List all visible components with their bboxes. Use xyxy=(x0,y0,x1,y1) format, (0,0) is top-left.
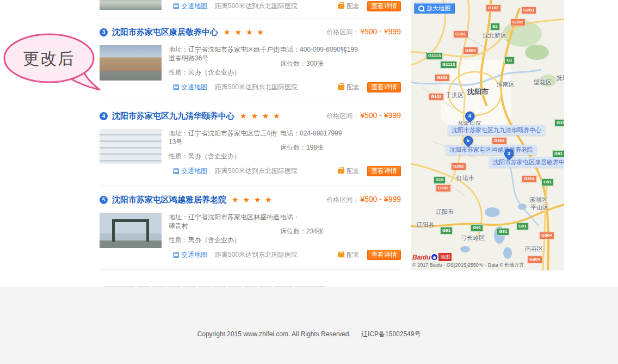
briefcase-icon xyxy=(338,4,344,9)
map-marker-tooltip[interactable]: 沈阳市苏家屯区九九清华颐养中心 xyxy=(448,125,545,135)
distance-text: 距离500米达到东北国际医院 xyxy=(215,2,298,11)
beds-field: 床位数：198张 xyxy=(280,143,401,152)
road-badge-G1: G1 xyxy=(504,57,515,64)
magnifier-icon xyxy=(418,5,424,11)
road-badge-G1113: G1113 xyxy=(440,61,457,69)
map-marker-tooltip[interactable]: 沈阳市苏家屯区康居敬养中心 xyxy=(489,157,564,168)
beds-field: 床位数：300张 xyxy=(280,59,401,68)
traffic-map-link[interactable]: 交通地图 xyxy=(173,250,207,260)
map-label-district: 南芬区 xyxy=(525,245,543,253)
baidu-map-badge: 地图 xyxy=(438,253,452,261)
road-badge-G102: G102 xyxy=(486,4,501,12)
change-annotation: 更改后 xyxy=(2,33,106,94)
listing-title[interactable]: 沈阳市苏家屯区康居敬养中心 xyxy=(112,27,218,38)
traffic-icon xyxy=(173,84,179,90)
traffic-map-link[interactable]: 交通地图 xyxy=(173,166,207,176)
road-badge-G91: G91 xyxy=(516,223,529,230)
map-zoom-button[interactable]: 放大地图 xyxy=(414,3,455,14)
briefcase-icon xyxy=(338,169,344,174)
listing-item: 5 沈阳市苏家屯区鸿越雅居养老院 ★ ★ ★ ★ 价格区间：¥500 - ¥99… xyxy=(100,186,401,269)
road-badge-G91: G91 xyxy=(471,224,483,232)
facility-link[interactable]: 配套 xyxy=(338,2,360,11)
listing-photo[interactable] xyxy=(100,0,162,10)
view-details-button[interactable]: 查看详情 xyxy=(367,1,401,11)
road-badge-G91: G91 xyxy=(552,150,564,158)
copyright-text: Copyright 2015 www.zhifei.com. All Right… xyxy=(197,330,351,338)
facility-link[interactable]: 配套 xyxy=(338,166,360,176)
star-rating: ★ ★ ★ ★ xyxy=(224,28,265,36)
nature-field: 性质：民办（含企业办） xyxy=(169,236,280,244)
page-root: 更改后 交通地图 距离500米达到东北国际医院 配套 查看详情 3 沈阳市苏家屯… xyxy=(0,0,618,364)
road-badge-G91: G91 xyxy=(440,227,453,235)
map-label-district: 浑南区 xyxy=(497,81,515,89)
phone-field: 电话： xyxy=(280,213,401,221)
traffic-icon xyxy=(173,3,179,9)
listing-panel: 交通地图 距离500米达到东北国际医院 配套 查看详情 3 沈阳市苏家屯区康居敬… xyxy=(100,0,401,297)
road-badge-G102: G102 xyxy=(429,93,444,101)
rank-pin-icon: 4 xyxy=(100,112,108,120)
map-label-district: 抚顺 xyxy=(557,74,564,82)
road-badge-G304: G304 xyxy=(492,137,507,145)
listing-title[interactable]: 沈阳市苏家屯区九九清华颐养中心 xyxy=(112,111,234,121)
annotation-label: 更改后 xyxy=(2,48,96,70)
distance-text: 距离500米达到东北国际医院 xyxy=(215,83,298,92)
road-badge-G304: G304 xyxy=(522,175,537,183)
map-label-district: 平山区 xyxy=(530,203,548,212)
briefcase-icon xyxy=(338,252,344,257)
road-badge-G102: G102 xyxy=(510,18,526,26)
nature-field: 性质：民办（含企业办） xyxy=(169,68,280,77)
map-label-district: 灯塔市 xyxy=(456,174,474,182)
listing-photo[interactable] xyxy=(100,129,162,164)
road-badge-G203: G203 xyxy=(521,7,536,14)
phone-field: 电话：024-89817999 xyxy=(280,129,401,138)
address-field: 地址：辽宁省沈阳市苏家屯区林盛街道磙贵村 xyxy=(169,213,280,230)
traffic-icon xyxy=(173,168,179,174)
listing-item: 3 沈阳市苏家屯区康居敬养中心 ★ ★ ★ ★ 价格区间：¥500 - ¥999… xyxy=(100,18,401,102)
address-field: 地址：辽宁省沈阳市苏家屯区雪三4街13号 xyxy=(169,129,280,146)
price-range: 价格区间：¥500 - ¥999 xyxy=(326,27,401,37)
road-badge-S2: S2 xyxy=(490,23,500,30)
beds-field: 床位数：234张 xyxy=(280,227,401,236)
phone-field: 电话：400-099-6090转199 xyxy=(280,45,401,54)
facility-link[interactable]: 配套 xyxy=(338,83,360,92)
road-badge-G304: G304 xyxy=(527,256,542,263)
listing-photo[interactable] xyxy=(100,45,162,81)
road-badge-G91: G91 xyxy=(497,228,509,236)
map-label-district: 溪湖区 xyxy=(529,196,547,204)
road-badge-G202: G202 xyxy=(435,74,450,82)
facility-link[interactable]: 配套 xyxy=(338,250,360,260)
map-label-city: 沈阳市 xyxy=(467,87,489,97)
road-badge-G91: G91 xyxy=(541,178,554,186)
baidu-map[interactable]: G102G203G102S2G101G304G1113G1113G1G202G1… xyxy=(411,0,564,270)
traffic-map-link[interactable]: 交通地图 xyxy=(173,2,207,11)
listing-item-partial: 交通地图 距离500米达到东北国际医院 配套 查看详情 xyxy=(100,0,401,14)
view-details-button[interactable]: 查看详情 xyxy=(367,166,401,176)
map-label-district: 望花区 xyxy=(534,78,552,87)
map-label-district: 辽阳市 xyxy=(436,208,454,216)
listing-title[interactable]: 沈阳市苏家屯区鸿越雅居养老院 xyxy=(112,195,226,205)
listing-photo[interactable] xyxy=(100,213,162,248)
view-details-button[interactable]: 查看详情 xyxy=(367,250,401,260)
road-badge-G304: G304 xyxy=(463,47,478,54)
nature-field: 性质：民办（含企业办） xyxy=(169,152,280,161)
road-badge-S10: S10 xyxy=(434,176,446,184)
road-badge-G1113: G1113 xyxy=(426,52,443,60)
map-label-district: 沈北新区 xyxy=(483,32,506,40)
road-badge-G202: G202 xyxy=(436,184,451,192)
road-badge-G11: G11 xyxy=(554,119,564,127)
briefcase-icon xyxy=(338,85,344,90)
road-badge-G304: G304 xyxy=(539,232,554,239)
address-field: 地址：辽宁省沈阳市苏家屯区姚千户街道春明路36号 xyxy=(169,45,280,63)
map-marker-tooltip[interactable]: 沈阳市苏家屯区鸿越雅居养老院 xyxy=(446,145,537,155)
distance-text: 距离500米达到东北国际医院 xyxy=(215,166,298,176)
map-attribution: © 2017 Baidu - GS(2015)2550号 - Data © 长地… xyxy=(412,262,524,269)
road-badge-G101: G101 xyxy=(453,30,468,38)
view-details-button[interactable]: 查看详情 xyxy=(367,82,401,92)
traffic-map-link[interactable]: 交通地图 xyxy=(173,83,207,92)
map-label-district: 于洪区 xyxy=(446,91,464,100)
listing-item: 4 沈阳市苏家屯区九九清华颐养中心 ★ ★ ★ ★ 价格区间：¥500 - ¥9… xyxy=(100,102,401,186)
distance-text: 距离500米达到东北国际医院 xyxy=(215,250,298,260)
traffic-icon xyxy=(173,252,179,258)
baidu-logo[interactable]: Baidu 地图 xyxy=(412,253,452,261)
rank-pin-icon: 5 xyxy=(100,196,108,204)
